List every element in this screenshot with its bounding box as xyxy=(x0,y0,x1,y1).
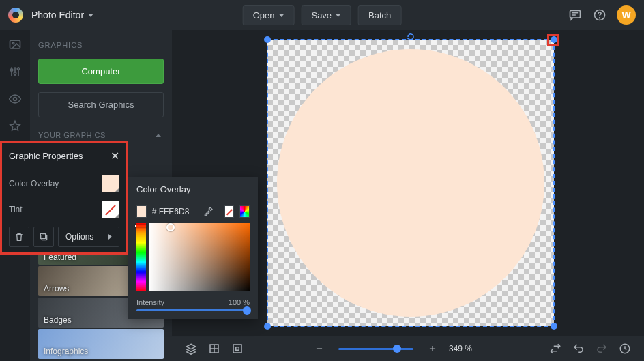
top-center-buttons: Open Save Batch xyxy=(243,5,402,25)
thumb-label: Infographics xyxy=(44,347,88,356)
options-button[interactable]: Options xyxy=(58,227,119,247)
undo-icon[interactable] xyxy=(572,342,585,356)
app-title: Photo Editor xyxy=(31,10,84,20)
bottom-bar: 349 % xyxy=(172,336,644,361)
fit-icon[interactable] xyxy=(231,342,244,356)
computer-button[interactable]: Computer xyxy=(38,59,164,84)
rainbow-swatch[interactable] xyxy=(239,205,250,218)
avatar[interactable]: W xyxy=(617,5,636,25)
hex-input[interactable] xyxy=(152,207,197,216)
svg-point-7 xyxy=(17,68,19,70)
tint-label: Tint xyxy=(9,205,23,214)
intensity-value: 100 % xyxy=(229,298,250,306)
resize-handle-br[interactable] xyxy=(551,323,557,330)
intensity-thumb[interactable] xyxy=(243,306,251,315)
zoom-out-icon[interactable] xyxy=(312,342,326,356)
history-icon[interactable] xyxy=(618,342,632,356)
color-hex-row xyxy=(136,205,250,218)
avatar-initial: W xyxy=(621,10,630,20)
intensity-label: Intensity xyxy=(136,298,164,306)
zoom-thumb[interactable] xyxy=(393,345,401,353)
visibility-tool-icon[interactable] xyxy=(8,91,23,106)
chevron-down-icon xyxy=(278,14,284,17)
svg-rect-12 xyxy=(40,233,45,238)
open-button[interactable]: Open xyxy=(243,5,295,25)
resize-handle-tl[interactable] xyxy=(264,36,271,43)
color-picker xyxy=(136,223,250,291)
highlight-marker xyxy=(547,34,559,46)
svg-rect-14 xyxy=(233,345,241,353)
selection-border xyxy=(267,39,555,327)
svg-point-8 xyxy=(14,98,17,101)
compare-icon[interactable] xyxy=(548,342,562,356)
delete-button[interactable] xyxy=(9,227,29,247)
canvas-object[interactable] xyxy=(267,40,554,326)
graphic-properties-panel: Graphic Properties ✕ Color Overlay Tint … xyxy=(0,141,128,255)
grid-icon[interactable] xyxy=(207,342,221,356)
intensity-row: Intensity 100 % xyxy=(136,298,250,306)
intensity-slider[interactable] xyxy=(136,309,250,311)
svg-rect-3 xyxy=(10,40,20,48)
batch-button[interactable]: Batch xyxy=(358,5,401,25)
save-button[interactable]: Save xyxy=(301,5,351,25)
resize-handle-bl[interactable] xyxy=(264,323,271,330)
app-switcher[interactable]: Photo Editor xyxy=(31,10,93,20)
zoom-in-icon[interactable] xyxy=(426,342,439,356)
tint-row: Tint xyxy=(9,201,119,218)
top-right-controls: W xyxy=(568,5,636,25)
svg-point-2 xyxy=(600,18,600,18)
panel-header: Graphic Properties ✕ xyxy=(9,149,119,162)
redo-icon[interactable] xyxy=(595,342,609,356)
color-overlay-swatch[interactable] xyxy=(102,175,119,192)
color-overlay-panel: Color Overlay Intensity 100 % xyxy=(128,177,258,319)
rotate-handle[interactable] xyxy=(407,33,415,41)
open-label: Open xyxy=(253,10,275,20)
tint-swatch[interactable] xyxy=(102,201,119,218)
top-bar: Photo Editor Open Save Batch W xyxy=(0,0,644,30)
your-graphics-header[interactable]: YOUR GRAPHICS xyxy=(38,131,164,139)
section-header: GRAPHICS xyxy=(38,41,164,49)
sub-section-label: YOUR GRAPHICS xyxy=(38,131,106,139)
image-tool-icon[interactable] xyxy=(8,37,23,52)
chevron-right-icon xyxy=(108,234,112,240)
chevron-down-icon xyxy=(336,14,341,17)
sv-thumb[interactable] xyxy=(166,223,175,231)
search-graphics-button[interactable]: Search Graphics xyxy=(38,92,164,117)
duplicate-button[interactable] xyxy=(33,227,54,247)
saturation-value-box[interactable] xyxy=(149,223,250,291)
svg-point-4 xyxy=(12,42,14,44)
chevron-up-icon xyxy=(156,134,161,137)
batch-label: Batch xyxy=(368,10,391,20)
svg-point-6 xyxy=(14,72,16,74)
star-tool-icon[interactable] xyxy=(8,119,23,134)
color-overlay-label: Color Overlay xyxy=(9,179,59,188)
hue-thumb[interactable] xyxy=(135,225,147,227)
chevron-down-icon xyxy=(88,14,93,17)
app-logo[interactable] xyxy=(8,8,23,23)
close-icon[interactable]: ✕ xyxy=(111,149,119,162)
panel-title: Graphic Properties xyxy=(9,151,83,161)
current-color-swatch[interactable] xyxy=(136,205,147,218)
help-icon[interactable] xyxy=(592,8,607,23)
adjust-tool-icon[interactable] xyxy=(8,64,23,79)
hue-slider[interactable] xyxy=(136,223,146,291)
options-label: Options xyxy=(65,232,93,242)
save-label: Save xyxy=(311,10,332,20)
thumb-label: Arrows xyxy=(44,284,69,293)
svg-rect-0 xyxy=(570,10,581,18)
no-color-swatch[interactable] xyxy=(224,205,235,218)
eyedropper-icon[interactable] xyxy=(203,206,214,217)
zoom-value[interactable]: 349 % xyxy=(449,344,480,353)
list-item[interactable]: Infographics xyxy=(38,329,164,359)
thumb-label: Badges xyxy=(44,315,72,325)
svg-rect-11 xyxy=(42,235,46,240)
layers-icon[interactable] xyxy=(184,342,198,356)
color-overlay-row: Color Overlay xyxy=(9,175,119,192)
zoom-slider[interactable] xyxy=(338,348,413,350)
feedback-icon[interactable] xyxy=(568,8,583,23)
svg-point-5 xyxy=(10,69,12,71)
color-panel-title: Color Overlay xyxy=(136,184,250,194)
svg-rect-15 xyxy=(236,347,239,351)
panel-actions: Options xyxy=(9,227,119,247)
